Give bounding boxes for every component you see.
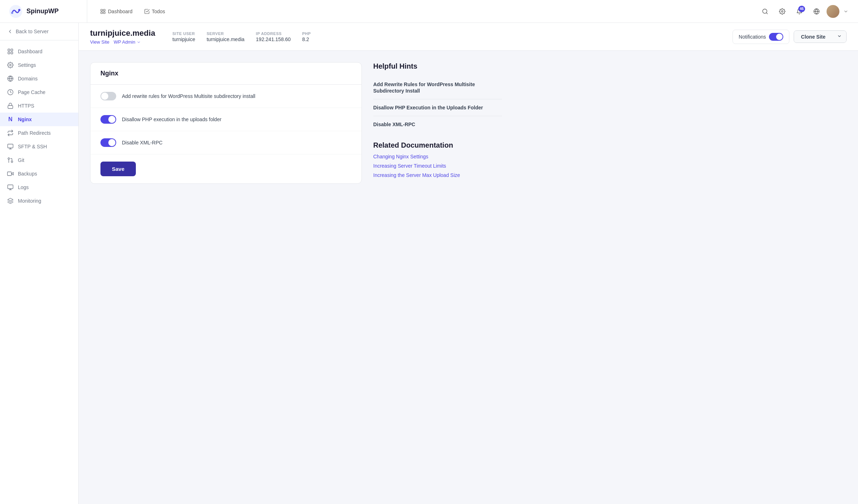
hint-item-0: Add Rewrite Rules for WordPress Multisit…	[373, 76, 502, 99]
meta-php: PHP 8.2	[302, 31, 311, 42]
site-meta: SITE USER turnipjuice SERVER turnipjuice…	[172, 31, 311, 42]
nginx-card: Nginx Add rewrite rules for WordPress Mu…	[90, 62, 362, 184]
chevron-down-icon	[843, 9, 848, 14]
svg-rect-3	[101, 9, 103, 11]
toggle-disallow-php-label: Disallow PHP execution in the uploads fo…	[122, 117, 221, 122]
sftp-icon	[7, 143, 14, 150]
sidebar-item-domains[interactable]: Domains	[0, 72, 78, 85]
sidebar-item-nginx[interactable]: N Nginx	[0, 113, 78, 126]
view-site-link[interactable]: View Site	[90, 39, 109, 45]
sidebar-item-logs[interactable]: Logs	[0, 181, 78, 194]
wp-admin-link[interactable]: WP Admin	[114, 39, 141, 45]
main-nav: Dashboard Todos	[96, 6, 169, 17]
page-content: Nginx Add rewrite rules for WordPress Mu…	[79, 51, 858, 195]
notifications-button[interactable]: 46	[792, 4, 807, 19]
backups-icon	[7, 171, 14, 177]
clone-site-group: Clone Site	[794, 30, 847, 43]
nginx-card-title: Nginx	[100, 70, 351, 77]
globe-icon	[813, 8, 820, 15]
toggle-row-multisite: Add rewrite rules for WordPress Multisit…	[90, 85, 361, 108]
svg-rect-13	[11, 49, 13, 51]
avatar[interactable]	[827, 5, 839, 18]
toggle-row-xmlrpc: Disable XML-RPC	[90, 131, 361, 154]
sidebar-item-page-cache[interactable]: Page Cache	[0, 85, 78, 99]
user-menu-button[interactable]	[842, 4, 849, 19]
toggle-xmlrpc[interactable]	[100, 138, 116, 147]
notifications-toggle[interactable]: Notifications	[733, 30, 789, 44]
save-button[interactable]: Save	[100, 162, 136, 176]
clone-site-dropdown[interactable]	[833, 31, 846, 43]
settings-button[interactable]	[775, 4, 789, 19]
git-icon	[7, 157, 14, 163]
nav-todos[interactable]: Todos	[140, 6, 169, 17]
helpful-hints: Helpful Hints Add Rewrite Rules for Word…	[373, 62, 502, 133]
notifications-toggle-switch[interactable]	[769, 33, 783, 41]
meta-ip: IP ADDRESS 192.241.158.60	[256, 31, 291, 42]
toggle-knob	[776, 34, 783, 40]
side-panel: Helpful Hints Add Rewrite Rules for Word…	[373, 62, 502, 184]
path-redirects-icon	[7, 130, 14, 136]
doc-link-2[interactable]: Increasing the Server Max Upload Size	[373, 172, 502, 178]
hint-link-0[interactable]: Add Rewrite Rules for WordPress Multisit…	[373, 81, 475, 94]
notifications-badge: 46	[798, 6, 805, 12]
logo-text: SpinupWP	[26, 8, 59, 15]
sidebar-item-git[interactable]: Git	[0, 153, 78, 167]
toggle-knob-multisite	[101, 93, 108, 100]
sidebar-item-sftp-ssh[interactable]: SFTP & SSH	[0, 140, 78, 153]
doc-link-0[interactable]: Changing Nginx Settings	[373, 154, 502, 159]
https-icon	[7, 103, 14, 109]
site-actions: Notifications Clone Site	[733, 30, 847, 44]
chevron-down-clone-icon	[837, 34, 842, 39]
globe-button[interactable]	[809, 4, 824, 19]
svg-point-2	[18, 9, 20, 11]
nav-actions: 46	[758, 4, 849, 19]
toggle-knob-disallow-php	[108, 116, 115, 123]
chevron-down-small-icon	[137, 40, 141, 44]
sidebar-item-https[interactable]: HTTPS	[0, 99, 78, 113]
card-footer: Save	[90, 154, 361, 183]
doc-link-1[interactable]: Increasing Server Timeout Limits	[373, 163, 502, 169]
svg-rect-12	[8, 49, 10, 51]
nav-dashboard[interactable]: Dashboard	[96, 6, 137, 17]
toggle-disallow-php[interactable]	[100, 115, 116, 124]
site-header: turnipjuice.media View Site WP Admin SIT…	[79, 23, 858, 51]
hint-item-2: Disable XML-RPC	[373, 116, 502, 133]
docs-title: Related Documentation	[373, 141, 502, 149]
arrow-left-icon	[7, 29, 13, 34]
sidebar-item-backups[interactable]: Backups	[0, 167, 78, 181]
related-docs: Related Documentation Changing Nginx Set…	[373, 141, 502, 178]
back-to-server[interactable]: Back to Server	[0, 23, 78, 40]
clone-site-button[interactable]: Clone Site	[794, 31, 833, 43]
svg-point-9	[781, 10, 783, 12]
hint-item-1: Disallow PHP Execution in the Uploads Fo…	[373, 99, 502, 116]
main-panel: Nginx Add rewrite rules for WordPress Mu…	[90, 62, 362, 184]
svg-rect-28	[8, 185, 13, 189]
sidebar-item-monitoring[interactable]: Monitoring	[0, 194, 78, 208]
toggle-multisite[interactable]	[100, 92, 116, 100]
svg-rect-20	[8, 105, 13, 108]
site-title-area: turnipjuice.media View Site WP Admin	[90, 29, 155, 45]
meta-server: SERVER turnipjuice.media	[207, 31, 245, 42]
todos-nav-icon	[144, 9, 150, 14]
hint-link-2[interactable]: Disable XML-RPC	[373, 122, 415, 127]
meta-site-user: SITE USER turnipjuice	[172, 31, 195, 42]
hints-title: Helpful Hints	[373, 62, 502, 70]
sidebar-item-path-redirects[interactable]: Path Redirects	[0, 126, 78, 140]
domains-icon	[7, 75, 14, 82]
svg-rect-4	[103, 9, 105, 11]
content-area: turnipjuice.media View Site WP Admin SIT…	[79, 23, 858, 504]
sidebar-item-dashboard[interactable]: Dashboard	[0, 45, 78, 58]
logo-area: SpinupWP	[9, 0, 87, 23]
svg-line-8	[766, 13, 767, 14]
page-cache-icon	[7, 89, 14, 95]
sidebar-item-settings[interactable]: Settings	[0, 58, 78, 72]
settings-icon	[7, 62, 14, 68]
site-title: turnipjuice.media	[90, 29, 155, 38]
toggle-multisite-label: Add rewrite rules for WordPress Multisit…	[122, 93, 255, 99]
hint-link-1[interactable]: Disallow PHP Execution in the Uploads Fo…	[373, 105, 483, 110]
nginx-card-header: Nginx	[90, 63, 361, 85]
svg-rect-15	[11, 52, 13, 54]
search-button[interactable]	[758, 4, 772, 19]
toggle-knob-xmlrpc	[108, 139, 115, 146]
sidebar: Back to Server Dashboard Settings Domain…	[0, 23, 79, 504]
